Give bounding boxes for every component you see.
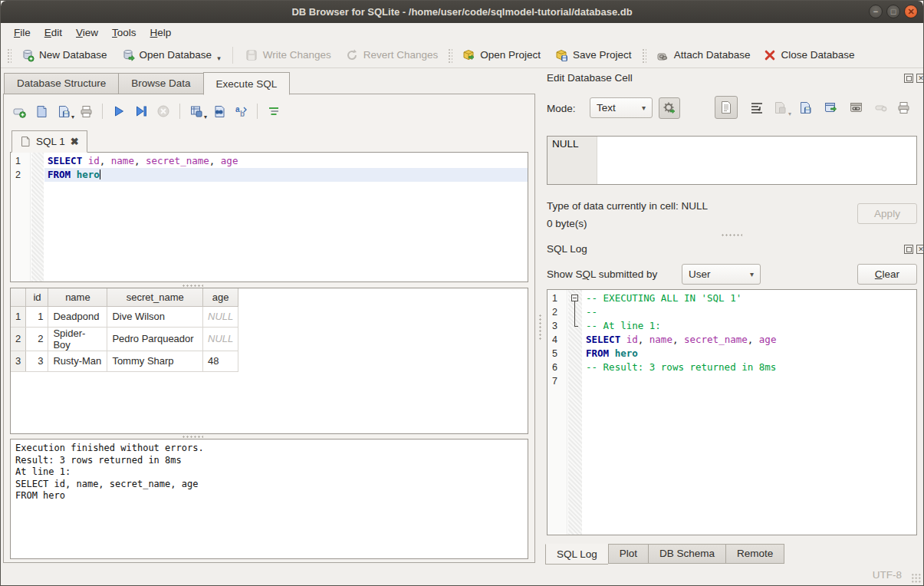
table-cell[interactable]: Rusty-Man [48,351,107,371]
word-wrap-icon[interactable] [748,99,765,116]
dock-tab-db-schema[interactable]: DB Schema [648,544,725,564]
sql-filter-select[interactable]: User▾ [682,264,761,285]
attach-database-button[interactable]: Attach Database [649,44,758,66]
row-number[interactable]: 2 [11,327,26,351]
open-database-icon [121,48,135,62]
table-row[interactable]: 33Rusty-ManTommy Sharp48 [11,351,528,371]
menu-item-help[interactable]: Help [143,25,179,41]
close-panel-icon[interactable]: ✕ [916,74,924,83]
table-cell[interactable]: 2 [26,327,48,351]
menu-item-tools[interactable]: Tools [105,25,143,41]
sql-tab[interactable]: SQL 1 ✖ [12,130,87,153]
maximize-button[interactable]: □ [886,5,900,18]
toolbar-grip[interactable] [447,48,452,63]
table-cell[interactable]: Dive Wilson [107,306,203,327]
column-header-age[interactable]: age [203,288,238,306]
fold-collapse-icon[interactable] [571,295,578,301]
sql-log-line: 4SELECT id, name, secret_name, age [547,333,916,347]
execute-line-icon[interactable] [133,104,149,119]
save-sql-caret[interactable]: ▾ [71,114,74,120]
execute-all-icon[interactable] [111,104,127,119]
minimize-button[interactable]: − [869,5,883,18]
new-database-icon [21,48,35,62]
table-cell[interactable]: NULL [203,327,238,351]
float-panel-icon[interactable] [904,245,913,254]
fold-guide-line [574,301,575,315]
close-panel-icon[interactable]: ✕ [916,245,924,254]
cell-value-editor[interactable]: NULL [547,136,917,185]
table-cell[interactable]: Tommy Sharp [107,351,203,371]
table-corner[interactable] [11,288,26,306]
open-database-caret[interactable]: ▾ [217,54,221,62]
clear-log-button[interactable]: Clear [857,264,917,285]
close-database-button[interactable]: Close Database [757,45,861,65]
sql-tab-close-icon[interactable]: ✖ [71,136,79,147]
menu-item-edit[interactable]: Edit [38,25,69,41]
export-data-icon[interactable] [822,99,839,116]
row-number[interactable]: 3 [11,351,26,371]
mode-select[interactable]: Text▾ [590,97,653,118]
panel-splitter-handle[interactable] [538,314,542,340]
auto-complete-icon[interactable]: ab [233,104,248,119]
splitter-handle[interactable] [721,233,742,237]
open-database-button[interactable]: Open Database ▾ [114,44,228,66]
status-line: FROM hero [15,490,523,502]
export-results-caret[interactable]: ▾ [204,114,207,120]
table-row[interactable]: 22Spider-BoyPedro ParqueadorNULL [11,327,528,351]
text-mode-icon[interactable] [715,96,738,119]
new-sql-tab-icon[interactable] [12,104,27,119]
table-cell[interactable]: Spider-Boy [48,327,107,351]
resize-grip[interactable] [911,573,921,583]
open-sql-file-icon[interactable] [34,104,49,119]
window-titlebar[interactable]: DB Browser for SQLite - /home/user/code/… [1,1,923,23]
table-row[interactable]: 11DeadpondDive WilsonNULL [11,306,528,327]
row-number[interactable]: 1 [11,306,26,327]
sql-log-line: 6-- Result: 3 rows returned in 8ms [547,360,916,374]
main-toolbar: New Database Open Database ▾ Write Chang… [1,42,923,68]
menu-item-view[interactable]: View [69,25,105,41]
table-cell[interactable]: Pedro Parqueador [107,327,203,351]
save-sql-file-icon[interactable]: ▾ [56,104,71,119]
dock-tab-remote[interactable]: Remote [725,544,784,564]
dock-tab-sql-log[interactable]: SQL Log [545,544,608,565]
print-icon[interactable] [78,104,94,119]
dock-tabbar: SQL LogPlotDB SchemaRemote [545,544,784,565]
find-icon[interactable] [211,104,226,119]
dock-tab-plot[interactable]: Plot [608,544,648,564]
mode-label: Mode: [547,103,576,114]
float-panel-icon[interactable] [904,74,913,83]
sql-log-view[interactable]: 1-- EXECUTING ALL IN 'SQL 1'2--3-- At li… [547,289,917,535]
fold-guide-line [574,315,575,326]
header-filler [238,288,528,306]
tab-browse-data[interactable]: Browse Data [118,73,202,94]
new-database-button[interactable]: New Database [14,44,114,66]
status-line: SELECT id, name, secret_name, age [15,479,523,491]
table-cell[interactable]: 48 [203,351,238,371]
toolbar-grip[interactable] [6,48,12,63]
table-cell[interactable]: Deadpond [48,306,107,327]
save-project-button[interactable]: Save Project [547,44,639,66]
format-sql-icon[interactable] [266,104,281,119]
link-icon[interactable] [847,99,864,116]
results-grid[interactable]: idnamesecret_nameage11DeadpondDive Wilso… [10,288,528,434]
table-cell[interactable]: 3 [26,351,48,371]
auto-apply-button[interactable] [659,97,680,119]
table-cell[interactable]: NULL [203,306,238,327]
export-results-icon[interactable]: ▾ [189,104,204,119]
table-cell[interactable]: 1 [26,306,48,327]
menu-item-file[interactable]: File [7,25,38,41]
toolbar-grip[interactable] [641,48,646,63]
print-cell-icon[interactable] [895,99,912,116]
toolbar-separator [179,104,180,119]
save-as-icon[interactable] [797,99,814,116]
column-header-id[interactable]: id [26,288,48,306]
execution-status: Execution finished without errors.Result… [10,439,528,559]
sql-editor[interactable]: 1SELECT id, name, secret_name, age2FROM … [10,152,528,282]
open-project-button[interactable]: Open Project [455,44,547,66]
close-button[interactable]: ✕ [904,5,918,18]
revert-changes-icon [345,48,359,62]
column-header-name[interactable]: name [48,288,107,306]
tab-database-structure[interactable]: Database Structure [4,73,118,94]
column-header-secret_name[interactable]: secret_name [107,288,203,306]
tab-execute-sql[interactable]: Execute SQL [203,72,291,95]
